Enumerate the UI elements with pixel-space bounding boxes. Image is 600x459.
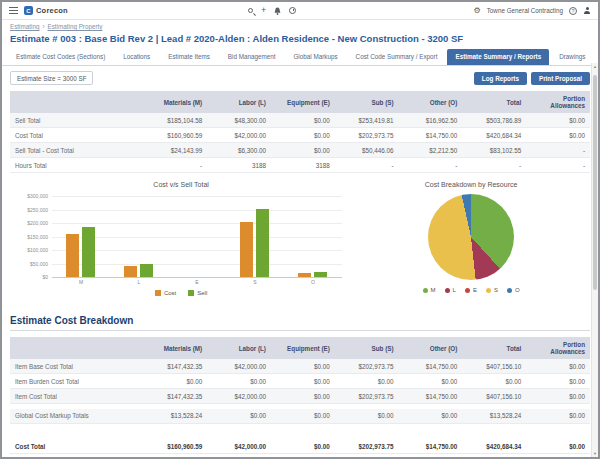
- bar-cost-m: [66, 234, 79, 277]
- print-proposal-button[interactable]: Print Proposal: [531, 72, 590, 85]
- row-label: Sell Total - Cost Total: [10, 143, 143, 158]
- scroll-up-arrow-icon[interactable]: ▲: [592, 64, 598, 69]
- vertical-scrollbar: ▲ ▼: [591, 63, 598, 457]
- cell-value: $147,432.35: [143, 389, 207, 404]
- bar-chart-plot: $0$50,000$100,000$150,000$200,000$250,00…: [52, 196, 342, 278]
- top-bar: C Corecon + ⚙ Towne General Contracting …: [2, 2, 598, 20]
- tab-global-markups[interactable]: Global Markups: [285, 49, 345, 65]
- cell-value: $14,750.00: [399, 389, 463, 404]
- cell-value: $24,143.99: [143, 143, 207, 158]
- cell-value: $0.00: [271, 374, 335, 389]
- gridline: [52, 223, 342, 224]
- bar-cost-s: [240, 222, 253, 277]
- cell-value: $13,528.24: [143, 409, 207, 424]
- cell-value: $202,973.75: [335, 128, 399, 143]
- hamburger-menu-icon[interactable]: [9, 7, 18, 14]
- cell-value: $160,960.59: [143, 128, 207, 143]
- breakdown-table: Materials (M)Labor (L)Equipment (E)Sub (…: [10, 337, 590, 459]
- bar-sell-l: [140, 264, 153, 277]
- breadcrumb-link-estimating[interactable]: Estimating: [10, 23, 39, 30]
- cell-value: -: [526, 158, 590, 173]
- x-axis-tick: L: [138, 279, 141, 285]
- table-row-item-burden-cost-total: Item Burden Cost Total$0.00$0.00$0.00$0.…: [10, 374, 590, 389]
- cell-value: $0.00: [271, 113, 335, 128]
- breadcrumb-link-estimating-property[interactable]: Estimating Property: [48, 23, 103, 30]
- row-label: Global Cost Markup Totals: [10, 409, 143, 424]
- corecon-logo-icon[interactable]: C: [24, 6, 33, 15]
- pie-legend-item-m: M: [423, 287, 436, 293]
- cell-value: $42,000.00: [207, 128, 271, 143]
- cell-value: $0.00: [271, 359, 335, 374]
- legend-label: L: [453, 287, 456, 293]
- cell-value: $50,446.06: [335, 143, 399, 158]
- plus-icon[interactable]: +: [261, 7, 266, 14]
- legend-dot-icon: [445, 288, 450, 293]
- cell-value: $0.00: [462, 374, 526, 389]
- column-header-portion-allowances: Portion Allowances: [526, 91, 590, 113]
- legend-dot-icon: [486, 288, 491, 293]
- cell-value: -: [143, 158, 207, 173]
- column-header-labor-l: Labor (L): [207, 91, 271, 113]
- row-label: Item Cost Total: [10, 389, 143, 404]
- log-reports-button[interactable]: Log Reports: [474, 72, 527, 85]
- tab-estimate-items[interactable]: Estimate Items: [160, 49, 218, 65]
- cell-value: $420,684.34: [462, 439, 526, 454]
- legend-label: S: [494, 287, 498, 293]
- table-row-sell-total-cost-total: Sell Total - Cost Total$24,143.99$6,300.…: [10, 143, 590, 158]
- cell-value: $420,684.34: [462, 128, 526, 143]
- row-label: Cost Total: [10, 439, 143, 454]
- column-header-equipment-e: Equipment (E): [271, 91, 335, 113]
- corecon-logo-text: Corecon: [36, 6, 68, 15]
- user-icon[interactable]: [583, 7, 591, 15]
- bar-sell-m: [82, 227, 95, 277]
- search-icon[interactable]: [248, 8, 253, 13]
- tab-bid-management[interactable]: Bid Management: [220, 49, 284, 65]
- y-axis-tick: $300,000: [27, 193, 48, 199]
- tab-cost-code-summary-export[interactable]: Cost Code Summary / Export: [348, 49, 446, 65]
- bell-icon[interactable]: [274, 7, 281, 15]
- cell-value: -: [335, 158, 399, 173]
- bar-cost-l: [124, 266, 137, 277]
- company-name[interactable]: Towne General Contracting: [487, 7, 563, 14]
- cell-value: $83,102.55: [462, 143, 526, 158]
- pie-chart-title: Cost Breakdown by Resource: [352, 181, 590, 188]
- gridline: [52, 210, 342, 211]
- tab-locations[interactable]: Locations: [115, 49, 158, 65]
- cell-value: $14,750.00: [399, 359, 463, 374]
- pie-chart: [428, 194, 514, 280]
- table-row-global-cost-markup-totals: Global Cost Markup Totals$13,528.24$0.00…: [10, 409, 590, 424]
- legend-dot-icon: [465, 288, 470, 293]
- pie-legend-item-s: S: [486, 287, 498, 293]
- gear-icon[interactable]: ⚙: [474, 7, 481, 15]
- y-axis-tick: $100,000: [27, 247, 48, 253]
- legend-dot-icon: [507, 288, 512, 293]
- x-axis-tick: O: [311, 279, 315, 285]
- column-header-total: Total: [462, 337, 526, 359]
- legend-item-sell: Sell: [188, 290, 207, 296]
- tab-drawings[interactable]: Drawings: [551, 49, 593, 65]
- toolbar-row: Estimate Size = 3000 SF Log Reports Prin…: [10, 71, 590, 85]
- table-row-item-base-cost-total: Item Base Cost Total$147,432.35$42,000.0…: [10, 359, 590, 374]
- table-row-hours-total: Hours Total-31883188----: [10, 158, 590, 173]
- legend-label: O: [515, 287, 520, 293]
- table-row-cost-total: Cost Total$160,960.59$42,000.00$0.00$202…: [10, 439, 590, 454]
- scrollbar-thumb[interactable]: [593, 75, 597, 290]
- legend-item-cost: Cost: [155, 290, 176, 296]
- breakdown-heading: Estimate Cost Breakdown: [10, 315, 590, 331]
- scroll-down-arrow-icon[interactable]: ▼: [592, 451, 598, 456]
- tab-bar: Estimate Cost Codes (Sections)LocationsE…: [2, 44, 598, 66]
- help-icon[interactable]: ?: [569, 7, 577, 15]
- cost-breakdown-pie-chart: Cost Breakdown by Resource MLESO: [352, 179, 590, 303]
- column-header-materials-m: Materials (M): [143, 337, 207, 359]
- column-header-labor-l: Labor (L): [207, 337, 271, 359]
- column-header-sub-s: Sub (S): [335, 337, 399, 359]
- cell-value: $42,000.00: [207, 439, 271, 454]
- pie-chart-legend: MLESO: [352, 287, 590, 293]
- column-header-equipment-e: Equipment (E): [271, 337, 335, 359]
- table-row-sell-total: Sell Total$185,104.58$48,300.00$0.00$253…: [10, 113, 590, 128]
- cell-value: $147,432.35: [143, 359, 207, 374]
- tab-estimate-cost-codes-sections[interactable]: Estimate Cost Codes (Sections): [8, 49, 113, 65]
- tab-estimate-summary-reports[interactable]: Estimate Summary / Reports: [447, 49, 549, 65]
- clock-icon[interactable]: [289, 7, 296, 14]
- cost-vs-sell-chart: Cost v/s Sell Total $0$50,000$100,000$15…: [10, 179, 352, 303]
